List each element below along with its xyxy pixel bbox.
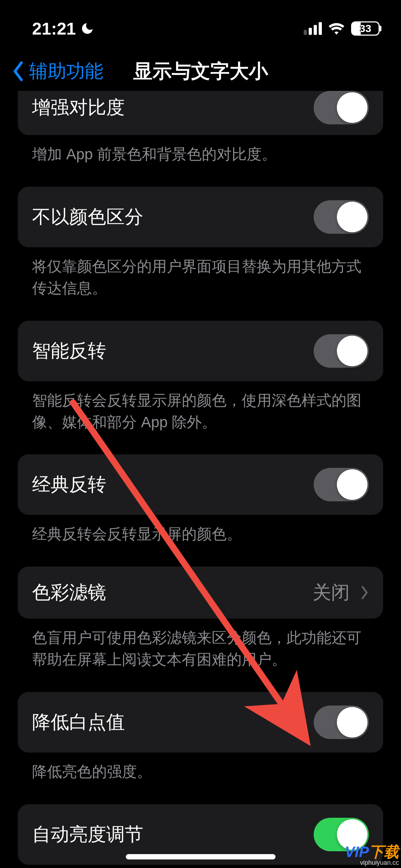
row-increase-contrast[interactable]: 增强对比度 xyxy=(18,91,383,135)
row-label: 经典反转 xyxy=(32,472,106,497)
watermark-url: viphuiyuan.cc xyxy=(360,859,399,866)
row-label: 色彩滤镜 xyxy=(32,580,106,605)
row-label: 增强对比度 xyxy=(32,95,125,120)
status-bar: 21:21 33 xyxy=(0,0,401,46)
back-label: 辅助功能 xyxy=(29,59,103,84)
battery-percent: 33 xyxy=(359,22,371,35)
chevron-right-icon xyxy=(360,585,369,600)
toggle-increase-contrast[interactable] xyxy=(314,91,369,124)
battery-icon: 33 xyxy=(351,21,380,36)
home-indicator[interactable] xyxy=(126,854,276,859)
do-not-disturb-icon xyxy=(80,21,94,36)
footer-color-filters: 色盲用户可使用色彩滤镜来区分颜色，此功能还可帮助在屏幕上阅读文本有困难的用户。 xyxy=(18,619,383,692)
back-button[interactable]: 辅助功能 xyxy=(11,59,103,84)
toggle-classic-invert[interactable] xyxy=(314,468,369,501)
status-left: 21:21 xyxy=(32,19,94,38)
footer-auto-brightness: 关闭自动亮度调节可能会影响电池续航能力和显示屏长期性能。 xyxy=(18,865,383,868)
watermark-suffix: 下载 xyxy=(369,843,399,860)
row-label: 智能反转 xyxy=(32,339,106,363)
toggle-differentiate-without-color[interactable] xyxy=(314,200,369,234)
footer-differentiate-without-color: 将仅靠颜色区分的用户界面项目替换为用其他方式传达信息。 xyxy=(18,247,383,321)
row-value: 关闭 xyxy=(313,580,350,605)
row-differentiate-without-color[interactable]: 不以颜色区分 xyxy=(18,187,383,247)
footer-smart-invert: 智能反转会反转显示屏的颜色，使用深色样式的图像、媒体和部分 App 除外。 xyxy=(18,381,383,455)
row-reduce-white-point[interactable]: 降低白点值 xyxy=(18,692,383,753)
footer-reduce-white-point: 降低亮色的强度。 xyxy=(18,753,383,804)
footer-classic-invert: 经典反转会反转显示屏的颜色。 xyxy=(18,515,383,567)
status-time: 21:21 xyxy=(32,19,76,38)
wifi-icon xyxy=(328,22,345,35)
row-label: 不以颜色区分 xyxy=(32,205,143,229)
row-value-container: 关闭 xyxy=(313,580,369,605)
status-right: 33 xyxy=(304,21,380,36)
footer-increase-contrast: 增加 App 前景色和背景色的对比度。 xyxy=(18,135,383,187)
cellular-signal-icon xyxy=(304,22,322,35)
toggle-reduce-white-point[interactable] xyxy=(314,706,369,739)
row-smart-invert[interactable]: 智能反转 xyxy=(18,321,383,381)
chevron-left-icon xyxy=(11,61,26,82)
row-label: 自动亮度调节 xyxy=(32,822,143,847)
settings-content: 增强对比度 增加 App 前景色和背景色的对比度。 不以颜色区分 将仅靠颜色区分… xyxy=(0,91,401,868)
navigation-bar: 辅助功能 显示与文字大小 xyxy=(0,46,401,96)
row-classic-invert[interactable]: 经典反转 xyxy=(18,454,383,515)
toggle-smart-invert[interactable] xyxy=(314,334,369,368)
row-label: 降低白点值 xyxy=(32,710,125,735)
page-title: 显示与文字大小 xyxy=(133,58,268,84)
row-color-filters[interactable]: 色彩滤镜 关闭 xyxy=(18,567,383,619)
watermark: VIP下载 viphuiyuan.cc xyxy=(345,844,399,866)
watermark-brand: VIP xyxy=(345,843,369,860)
